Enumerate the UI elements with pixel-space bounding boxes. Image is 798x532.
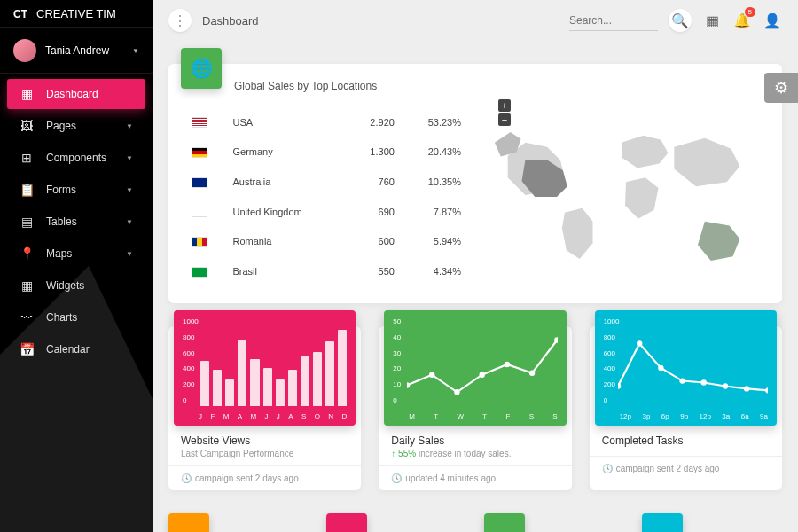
chevron-down-icon: ▼ [126, 250, 133, 258]
clock-icon: 🕓 [391, 473, 402, 483]
y-tick: 10 [393, 380, 401, 388]
x-tick: 6p [661, 412, 669, 420]
y-tick: 800 [183, 333, 199, 341]
flag-icon [192, 177, 207, 188]
table-row: United Kingdom6907.87% [186, 198, 466, 226]
chevron-down-icon: ▼ [126, 186, 133, 194]
x-tick: 3p [642, 412, 650, 420]
y-tick: 1000 [183, 317, 199, 325]
chart-subtitle: Last Campaign Performance [181, 449, 348, 458]
x-tick: W [457, 412, 464, 420]
bar [325, 341, 334, 406]
sidebar-item-pages[interactable]: 🖼Pages▼ [7, 111, 145, 141]
topbar: ⋮ Dashboard 🔍 ▦ 🔔 5 👤 [153, 0, 798, 41]
avatar [13, 39, 36, 62]
table-row: Romania6005.94% [186, 228, 466, 256]
pct-cell: 10.35% [402, 168, 466, 196]
x-tick: 9p [680, 412, 688, 420]
sidebar-item-components[interactable]: ⊞Components▼ [7, 143, 145, 173]
table-row: Brasil5504.34% [186, 257, 466, 286]
dashboard-icon-button[interactable]: ▦ [702, 11, 722, 30]
x-tick: O [315, 412, 320, 420]
stat-icon-pink [326, 513, 367, 532]
bar [200, 361, 209, 406]
card-title: Global Sales by Top Locations [234, 80, 766, 92]
brand-short: CT [13, 8, 27, 20]
bar [238, 340, 246, 406]
sidebar: CT CREATIVE TIM Tania Andrew ▼ ▦Dashboar… [0, 0, 153, 532]
table-row: Australia76010.35% [186, 168, 466, 196]
notifications-button[interactable]: 🔔 5 [732, 11, 752, 30]
menu-button[interactable]: ⋮ [168, 9, 192, 32]
clock-icon: 🕓 [181, 473, 192, 483]
country-cell: Brasil [227, 257, 346, 286]
sidebar-item-label: Widgets [46, 279, 84, 292]
sidebar-item-widgets[interactable]: ▦Widgets [7, 270, 145, 301]
trend-up: ↑ 55% [391, 449, 416, 458]
sidebar-item-charts[interactable]: 〰Charts [7, 302, 145, 332]
sidebar-item-label: Tables [46, 215, 77, 228]
sidebar-item-tables[interactable]: ▤Tables▼ [7, 207, 145, 237]
value-cell: 1.300 [348, 138, 400, 167]
chart-card-daily-sales: 50403020100MTWTFSSDaily Sales↑ 55% incre… [379, 326, 571, 490]
chart-footer-text: campaign sent 2 days ago [616, 464, 720, 473]
stat-row [168, 513, 782, 532]
search-input[interactable] [569, 11, 658, 31]
bar [338, 330, 347, 406]
zoom-out-button[interactable]: − [498, 113, 511, 126]
svg-point-8 [637, 340, 642, 346]
chart-card-website-views: 10008006004002000JFMAMJJASONDWebsite Vie… [168, 326, 361, 490]
table-row: USA2.92053.23% [186, 108, 466, 137]
chevron-down-icon: ▼ [126, 218, 133, 226]
widgets-icon: ▦ [20, 278, 34, 293]
svg-point-1 [429, 372, 434, 378]
country-cell: Australia [227, 168, 346, 196]
chart-subtitle: ↑ 55% increase in today sales. [391, 449, 559, 458]
sidebar-item-forms[interactable]: 📋Forms▼ [7, 175, 145, 205]
world-map[interactable]: + − [486, 106, 766, 287]
main: ⋮ Dashboard 🔍 ▦ 🔔 5 👤 🌐 Global Sales by … [153, 0, 798, 532]
chart-visual: 10008006004002000JFMAMJJASOND [174, 310, 356, 426]
chart-card-completed-tasks: 1000800600400200012p3p6p9p12p3a6a9aCompl… [590, 326, 782, 490]
brand[interactable]: CT CREATIVE TIM [0, 0, 153, 28]
flag-icon [192, 117, 207, 128]
svg-point-4 [505, 362, 510, 367]
chevron-down-icon: ▼ [132, 47, 139, 55]
settings-button[interactable]: ⚙ [764, 73, 798, 103]
account-button[interactable]: 👤 [763, 11, 782, 30]
x-tick: 3a [722, 412, 730, 420]
bar [213, 370, 222, 406]
bar [301, 356, 309, 406]
user-menu[interactable]: Tania Andrew ▼ [0, 28, 153, 74]
gear-icon: ⚙ [774, 78, 788, 98]
user-name: Tania Andrew [45, 44, 109, 57]
notification-badge: 5 [745, 7, 755, 17]
bar [276, 379, 285, 406]
stat-icon-orange [168, 513, 209, 532]
svg-point-10 [679, 378, 685, 383]
sidebar-item-maps[interactable]: 📍Maps▼ [7, 239, 145, 269]
y-tick: 20 [393, 364, 401, 372]
clock-icon: 🕓 [602, 464, 613, 473]
country-cell: USA [227, 108, 346, 137]
x-tick: J [264, 412, 268, 420]
y-tick: 0 [393, 396, 401, 404]
pct-cell: 7.87% [402, 198, 466, 226]
pages-icon: 🖼 [20, 119, 34, 133]
x-tick: D [341, 412, 347, 420]
line-chart [407, 319, 557, 406]
sidebar-item-calendar[interactable]: 📅Calendar [7, 334, 145, 364]
sidebar-item-dashboard[interactable]: ▦Dashboard [7, 79, 145, 109]
search-button[interactable]: 🔍 [669, 9, 692, 32]
maps-icon: 📍 [20, 246, 34, 261]
flag-icon [192, 207, 207, 217]
zoom-in-button[interactable]: + [498, 99, 511, 112]
chart-footer-text: updated 4 minutes ago [405, 473, 496, 483]
chart-footer-text: campaign sent 2 days ago [195, 473, 299, 483]
x-tick: M [223, 412, 230, 420]
flag-icon [192, 267, 207, 278]
stat-icon-cyan [642, 513, 683, 532]
chart-visual: 50403020100MTWTFSS [384, 310, 566, 426]
value-cell: 690 [348, 198, 400, 226]
y-tick: 30 [393, 349, 401, 357]
